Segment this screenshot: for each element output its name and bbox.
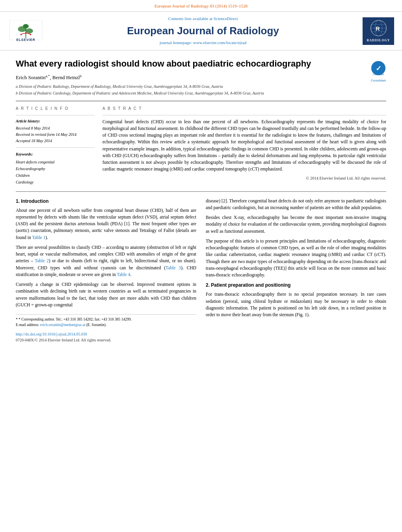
footnote-email-line: E-mail address: erich.sorantin@medunigra…: [16, 322, 196, 328]
author-heinzl-sup: b: [80, 74, 82, 78]
footnote-email-suffix: (E. Sorantin).: [86, 323, 106, 327]
abstract-divider: [102, 115, 386, 115]
contents-line: Contents lists available at ScienceDirec…: [43, 16, 363, 22]
section1-para1: About one percent of all newborn suffer …: [16, 207, 196, 241]
footnote-email-label: E-mail address:: [16, 323, 39, 327]
svg-point-7: [30, 34, 31, 35]
history-label: Article history:: [16, 119, 95, 124]
homepage-link[interactable]: www.elsevier.com/locate/ejrad: [193, 40, 247, 45]
history-accepted: Accepted 18 May 2014: [16, 138, 95, 144]
doi-link[interactable]: http://dx.doi.org/10.1016/j.ejrad.2014.0…: [16, 332, 87, 336]
info-abstract-section: A R T I C L E I N F O Article history: R…: [16, 106, 386, 185]
svg-text:ELSEVIER: ELSEVIER: [16, 38, 35, 42]
authors-line: Erich Sorantina,*, Bernd Heinzlb: [16, 74, 386, 82]
svg-point-6: [25, 32, 26, 33]
table3-link[interactable]: Table 3: [166, 265, 181, 270]
author-sorantin-sup: a,*: [45, 74, 50, 78]
crossmark-icon[interactable]: ✓ CrossMark CrossMark: [370, 60, 386, 83]
affiliation-b: b Division of Pediatric Cardiology, Depa…: [16, 91, 386, 96]
svg-point-4: [23, 24, 29, 28]
svg-text:CrossMark: CrossMark: [372, 73, 384, 76]
table2-link[interactable]: Table 2: [35, 258, 49, 263]
abstract-column: A B S T R A C T Congenital heart defects…: [102, 106, 386, 185]
article-info-label: A R T I C L E I N F O: [16, 106, 95, 112]
sciencedirect-link[interactable]: ScienceDirect: [214, 16, 238, 21]
section1-xray: Besides chest X-ray, echocardiography ha…: [206, 214, 386, 235]
radiology-badge-text: RADIOLOGY: [367, 38, 390, 43]
footnote-section: * * Corresponding author. Tel.: +43 316 …: [16, 314, 196, 343]
section1-heading: 1. Introduction: [16, 198, 196, 205]
svg-point-5: [20, 34, 22, 35]
journal-center: Contents lists available at ScienceDirec…: [43, 16, 363, 46]
journal-header: ELSEVIER Contents lists available at Sci…: [0, 12, 402, 51]
footnote-corresponding-text: * Corresponding author. Tel.: +43 316 38…: [19, 317, 132, 321]
body-columns: 1. Introduction About one percent of all…: [16, 198, 386, 343]
history-received: Received 8 May 2014: [16, 125, 95, 132]
section2-heading: 2. Patient preparation and positioning: [206, 282, 386, 289]
section2-para1: For trans-thoracic echocardiography ther…: [206, 291, 386, 318]
info-divider-mid: [16, 147, 95, 148]
article-info-column: A R T I C L E I N F O Article history: R…: [16, 106, 95, 185]
journal-ref-link[interactable]: European Journal of Radiology 83 (2014) …: [154, 4, 248, 8]
history-revised: Received in revised form 14 May 2014: [16, 132, 95, 138]
svg-text:R: R: [376, 26, 380, 32]
section1-para3: Currently a change in CHD epidemiology c…: [16, 281, 196, 308]
copyright-text: © 2014 Elsevier Ireland Ltd. All rights …: [102, 175, 386, 181]
article-body-divider: [16, 191, 386, 192]
footnote-doi-line: http://dx.doi.org/10.1016/j.ejrad.2014.0…: [16, 331, 196, 337]
section1-purpose: The purpose of this article is to presen…: [206, 238, 386, 279]
article-title: What every radiologist should know about…: [16, 58, 386, 70]
svg-text:✓: ✓: [376, 65, 382, 72]
body-col-right: disease) [2]. Therefore congenital heart…: [206, 198, 386, 343]
section1-para2: There are several possibilities to class…: [16, 244, 196, 278]
svg-point-3: [26, 28, 33, 33]
journal-title: European Journal of Radiology: [43, 24, 363, 39]
keyword-1: Heart defects congenital: [16, 159, 95, 165]
abstract-text: Congenital heart defects (CHD) occur in …: [102, 119, 386, 173]
contents-label: Contents lists available at: [168, 16, 212, 21]
top-bar: European Journal of Radiology 83 (2014) …: [0, 0, 402, 12]
homepage-label: journal homepage:: [160, 40, 192, 45]
affiliation-a: a Division of Pediatric Radiology, Depar…: [16, 84, 386, 89]
journal-homepage: journal homepage: www.elsevier.com/locat…: [43, 40, 363, 46]
keywords-label: Keywords:: [16, 152, 95, 158]
article-content: ✓ CrossMark CrossMark What every radiolo…: [0, 50, 402, 351]
table4-link[interactable]: Table 4: [117, 272, 130, 277]
abstract-label: A B S T R A C T: [102, 106, 386, 112]
page-wrapper: European Journal of Radiology 83 (2014) …: [0, 0, 402, 351]
footnote-email-link[interactable]: erich.sorantin@medunigraz.at: [40, 323, 86, 327]
keyword-3: Children: [16, 172, 95, 179]
footnote-corresponding: * * Corresponding author. Tel.: +43 316 …: [16, 317, 196, 322]
keyword-4: Cardiology: [16, 179, 95, 185]
title-divider: [16, 101, 386, 101]
table1-link[interactable]: Table 1: [32, 235, 45, 240]
info-divider-top: [16, 115, 95, 115]
elsevier-logo: ELSEVIER: [8, 19, 43, 43]
section1-guch: disease) [2]. Therefore congenital heart…: [206, 198, 386, 211]
keyword-2: Echocardiography: [16, 165, 95, 172]
author-heinzl: Bernd Heinzl: [52, 74, 80, 80]
author-sorantin: Erich Sorantin: [16, 74, 45, 80]
body-col-left: 1. Introduction About one percent of all…: [16, 198, 196, 343]
radiology-logo: R RADIOLOGY: [363, 17, 394, 45]
footnote-issn: 0720-048X/© 2014 Elsevier Ireland Ltd. A…: [16, 337, 196, 343]
